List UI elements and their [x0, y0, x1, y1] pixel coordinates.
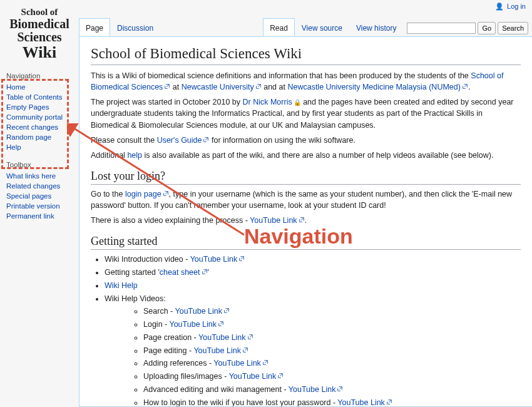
text: Please consult the	[91, 136, 157, 145]
link-youtube[interactable]: YouTube Link	[250, 216, 297, 225]
link-users-guide[interactable]: User's Guide	[157, 136, 202, 145]
text: and at	[262, 83, 288, 91]
list-item: Search - YouTube Link	[143, 306, 521, 317]
external-link-icon	[164, 81, 170, 88]
list-item: Wiki Introduction video - YouTube Link	[105, 254, 521, 265]
nav-help[interactable]: Help	[6, 143, 21, 151]
list-item: Wiki Help Videos: Search - YouTube Link …	[105, 293, 521, 408]
list-item: Getting started 'cheat sheet'	[105, 267, 521, 279]
site-logo[interactable]: School of Biomedical Sciences Wiki	[0, 4, 79, 67]
nav-home[interactable]: Home	[6, 83, 26, 91]
toolbox-portal: Toolbox What links here Related changes …	[0, 156, 79, 225]
external-link-icon	[218, 319, 224, 325]
lock-icon: 🔒	[294, 99, 301, 106]
list-item: How to login to the wiki if you have los…	[143, 397, 521, 408]
link-nick[interactable]: Dr Nick Morris	[243, 98, 292, 106]
text: Page editing -	[143, 346, 193, 355]
text: This is a Wiki of biomedical science def…	[91, 71, 471, 80]
nav-empty-pages[interactable]: Empty Pages	[6, 103, 49, 111]
tab-read-label: Read	[270, 24, 288, 33]
text: Wiki Introduction video -	[105, 255, 190, 264]
tool-permalink[interactable]: Permanent link	[6, 212, 54, 220]
link-help[interactable]: help	[127, 151, 142, 160]
tab-discussion[interactable]: Discussion	[110, 18, 160, 37]
list-item: Uploading files/images - YouTube Link	[143, 371, 521, 383]
list-item: Advanced editing and wiki management - Y…	[143, 384, 521, 396]
link-youtube[interactable]: YouTube Link	[213, 359, 261, 368]
nav-recent-changes[interactable]: Recent changes	[6, 123, 58, 131]
link-youtube[interactable]: YouTube Link	[198, 333, 246, 342]
list-item: Page creation - YouTube Link	[143, 332, 521, 344]
getting-started-heading: Getting started	[91, 235, 521, 250]
text: Uploading files/images -	[143, 372, 229, 381]
external-link-icon	[223, 306, 230, 312]
external-link-icon	[386, 397, 392, 403]
text: '	[208, 268, 209, 277]
text: Wiki Help Videos:	[105, 294, 166, 303]
text: The project was started in October 2010 …	[91, 98, 243, 106]
lost-login-heading: Lost your login?	[91, 170, 521, 185]
tab-view-history-label: View history	[356, 24, 396, 33]
link-youtube[interactable]: YouTube Link	[289, 385, 336, 394]
tab-discussion-label: Discussion	[117, 24, 153, 33]
nav-community[interactable]: Community portal	[6, 113, 63, 121]
list-item: Wiki Help	[105, 280, 521, 292]
nav-toc[interactable]: Table of Contents	[6, 93, 63, 101]
link-wiki-help[interactable]: Wiki Help	[105, 281, 138, 290]
list-item: Adding references - YouTube Link	[143, 358, 521, 369]
external-link-icon	[247, 332, 253, 338]
nav-random[interactable]: Random page	[6, 133, 51, 141]
link-login-page[interactable]: login page	[125, 190, 161, 198]
lost-p1: Go to the login page, type in your usern…	[91, 188, 521, 211]
intro-p1: This is a Wiki of biomedical science def…	[91, 70, 521, 93]
tab-read[interactable]: Read	[263, 18, 295, 37]
tool-special[interactable]: Special pages	[6, 192, 51, 200]
tab-view-history[interactable]: View history	[349, 18, 403, 37]
text: Search -	[143, 307, 175, 316]
getting-started-list: Wiki Introduction video - YouTube Link G…	[105, 254, 521, 407]
logo-line4: Wiki	[3, 44, 76, 61]
link-youtube[interactable]: YouTube Link	[175, 307, 223, 316]
tab-view-source[interactable]: View source	[295, 18, 349, 37]
content-area: School of Biomedical Sciences Wiki This …	[79, 36, 532, 407]
tab-page[interactable]: Page	[79, 18, 110, 37]
text: .	[468, 83, 470, 91]
link-cheat-sheet[interactable]: cheat sheet	[160, 268, 200, 277]
tool-whatlinks[interactable]: What links here	[6, 172, 56, 180]
list-item: Page editing - YouTube Link	[143, 345, 521, 357]
login-link[interactable]: Log in	[507, 3, 526, 10]
tab-view-source-label: View source	[302, 24, 342, 33]
tool-related[interactable]: Related changes	[6, 182, 60, 190]
link-numed[interactable]: Newcastle University Medicine Malaysia (…	[287, 83, 460, 91]
search-input[interactable]	[407, 23, 476, 34]
text: Additional	[91, 151, 127, 160]
tab-page-label: Page	[86, 24, 103, 33]
link-youtube[interactable]: YouTube Link	[190, 255, 238, 264]
text: for information on using the wiki softwa…	[209, 136, 355, 145]
text: Go to the	[91, 190, 125, 198]
list-item: Login - YouTube Link	[143, 319, 521, 331]
link-youtube[interactable]: YouTube Link	[337, 398, 385, 407]
intro-p2: The project was started in October 2010 …	[91, 96, 521, 130]
link-youtube[interactable]: YouTube Link	[193, 346, 241, 355]
external-link-icon	[255, 81, 262, 88]
tool-print[interactable]: Printable version	[6, 202, 60, 210]
toolbox-heading: Toolbox	[6, 158, 79, 171]
go-button[interactable]: Go	[478, 22, 496, 34]
external-link-icon	[337, 384, 343, 390]
text: Adding references -	[143, 359, 213, 368]
text: .	[305, 216, 307, 225]
text: Getting started '	[105, 268, 160, 277]
link-youtube[interactable]: YouTube Link	[169, 320, 217, 329]
text: Login -	[143, 320, 169, 329]
nav-portal: Navigation Home Table of Contents Empty …	[0, 67, 79, 156]
link-youtube[interactable]: YouTube Link	[229, 372, 277, 381]
link-ncl[interactable]: Newcastle University	[182, 83, 254, 91]
external-link-icon	[277, 371, 284, 377]
text: There is also a video explaining the pro…	[91, 216, 250, 225]
intro-p4: Additional help is also available as par…	[91, 150, 521, 161]
search-button[interactable]: Search	[498, 22, 528, 34]
lost-p2: There is also a video explaining the pro…	[91, 215, 521, 226]
nav-heading: Navigation	[6, 70, 79, 82]
text: is also available as part of the wiki, a…	[142, 151, 493, 160]
